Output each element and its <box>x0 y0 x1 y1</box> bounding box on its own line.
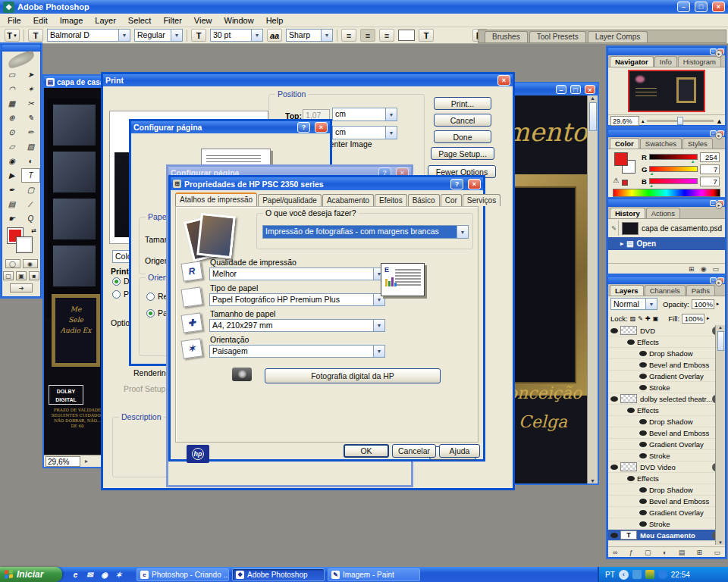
palette-well-tab[interactable]: Layer Comps <box>588 31 648 42</box>
layer-row[interactable]: Effects ƒ ▴ <box>608 473 725 484</box>
dialog-button[interactable]: Fewer Options <box>428 165 496 178</box>
delete-layer-icon[interactable]: ▭ <box>714 549 720 556</box>
layer-row[interactable]: Gradient Overlay ƒ ▴ <box>608 507 725 518</box>
hp-tab[interactable]: Cor <box>441 194 462 206</box>
outlook-icon[interactable]: ✉ <box>84 569 96 580</box>
blue-value-field[interactable]: 7 <box>700 177 720 186</box>
blue-slider[interactable]: ▴ <box>649 178 698 184</box>
help-button[interactable]: ? <box>297 122 310 133</box>
palette-tab[interactable]: Swatches <box>640 138 682 149</box>
visibility-eye-icon[interactable] <box>610 533 618 538</box>
font-family-select[interactable]: Balmoral D▼ <box>47 29 130 42</box>
visibility-eye-icon[interactable] <box>610 396 618 402</box>
scroll-down-icon[interactable]: ▼ <box>718 540 723 545</box>
healing-brush-tool[interactable]: ⊕ <box>2 111 21 125</box>
align-left-icon[interactable]: ≡ <box>341 29 356 42</box>
visibility-eye-icon[interactable] <box>639 499 647 504</box>
delete-state-icon[interactable]: ▭ <box>712 265 719 273</box>
help-button[interactable]: ? <box>378 167 391 178</box>
layer-row[interactable]: Drop Shadow ƒ ▴ <box>608 348 725 359</box>
layer-row[interactable]: Bevel and Emboss ƒ ▴ <box>608 496 725 507</box>
zoom-slider-thumb[interactable] <box>677 117 683 125</box>
magic-wand-tool[interactable]: ✶ <box>21 82 40 96</box>
taskbar-task-button[interactable]: ❖ Adobe Photoshop <box>232 568 325 581</box>
visibility-eye-icon[interactable] <box>639 374 647 379</box>
close-button[interactable]: × <box>315 122 328 133</box>
fill-arrow-icon[interactable]: ▸ <box>707 315 710 321</box>
language-indicator[interactable]: PT <box>605 571 615 579</box>
navigator-proxy-view[interactable] <box>628 70 705 112</box>
visibility-eye-icon[interactable] <box>610 328 618 333</box>
red-value-field[interactable]: 254 <box>700 152 720 162</box>
blur-tool[interactable]: ◉ <box>2 154 21 168</box>
layer-row[interactable]: Stroke ƒ ▴ <box>608 382 725 393</box>
history-state-row[interactable]: ▸ ▤ Open <box>608 237 725 250</box>
new-layer-icon[interactable]: ⊞ <box>697 549 703 556</box>
palette-tab[interactable]: History <box>610 208 645 218</box>
hide-icons-chevron[interactable]: ‹ <box>619 570 629 580</box>
gradient-tool[interactable]: ▨ <box>21 139 40 154</box>
navigator-zoom-field[interactable]: 29.6% <box>610 116 639 126</box>
history-snapshot-row[interactable]: ✎ capa de casamento.psd <box>608 219 725 237</box>
layer-row[interactable]: Stroke ƒ ▴ <box>608 518 725 530</box>
layer-thumbnail[interactable] <box>620 394 637 403</box>
close-button[interactable]: × <box>468 179 481 189</box>
dialog-button[interactable]: Done <box>434 130 491 143</box>
align-center-icon[interactable]: ≡ <box>360 29 375 42</box>
menu-item[interactable]: Window <box>218 14 260 27</box>
layer-row[interactable]: Gradient Overlay ƒ ▴ <box>608 371 725 382</box>
tray-update-icon[interactable] <box>658 570 667 579</box>
palette-tab[interactable]: Info <box>654 56 677 67</box>
hp-tab[interactable]: Efeitos <box>375 194 407 206</box>
visibility-eye-icon[interactable] <box>627 340 635 345</box>
palette-tab[interactable]: Navigator <box>610 56 654 67</box>
zoom-in-icon[interactable]: ▲ <box>716 117 723 125</box>
visibility-eye-icon[interactable] <box>639 419 647 424</box>
dialog-button[interactable]: Print... <box>434 97 491 110</box>
msn-icon[interactable]: ✶ <box>113 569 124 580</box>
history-brush-tool[interactable]: ✏ <box>21 125 40 139</box>
close-button[interactable]: × <box>396 167 409 178</box>
visibility-eye-icon[interactable] <box>610 465 618 470</box>
red-slider[interactable]: ▴ <box>649 154 698 160</box>
scroll-up-icon[interactable]: ▲ <box>590 95 595 101</box>
layer-row[interactable]: Stroke ƒ ▴ <box>608 450 725 462</box>
ie-icon[interactable]: e <box>70 569 81 580</box>
zoom-out-icon[interactable]: ▴ <box>642 118 645 124</box>
green-value-field[interactable]: 7 <box>700 164 720 174</box>
quick-mask-mode-icon[interactable]: ◉ <box>23 259 38 268</box>
minimize-button[interactable]: – <box>556 85 566 94</box>
layer-thumbnail[interactable] <box>620 462 637 471</box>
eyedropper-tool[interactable]: ∕ <box>21 197 40 211</box>
visibility-eye-icon[interactable] <box>639 521 647 527</box>
proof-radio[interactable] <box>112 290 121 299</box>
blend-mode-select[interactable]: Normal▼ <box>610 298 657 310</box>
close-button[interactable]: × <box>712 2 725 12</box>
dodge-tool[interactable]: ◐ <box>21 154 40 168</box>
layer-row[interactable]: Bevel and Emboss ƒ ▴ <box>608 359 725 371</box>
layer-row[interactable]: Drop Shadow ƒ ▴ <box>608 484 725 496</box>
menu-item[interactable]: Filter <box>157 14 187 27</box>
link-layers-icon[interactable]: ∞ <box>613 549 617 556</box>
brush-tool[interactable]: ✎ <box>21 111 40 125</box>
dialog-button[interactable]: Page Setup... <box>431 147 494 160</box>
color-spectrum-bar[interactable] <box>613 189 720 197</box>
zoom-percentage[interactable]: 29,6% <box>46 456 80 467</box>
lock-paint-icon[interactable]: ✎ <box>638 315 643 322</box>
green-slider[interactable]: ▴ <box>649 166 698 172</box>
warp-text-icon[interactable]: T <box>419 29 434 42</box>
palette-menu-icon[interactable]: ▸ <box>715 202 723 209</box>
scrollbar-thumb[interactable] <box>717 331 724 351</box>
type-tool-preset-icon[interactable]: T▼ <box>5 29 20 42</box>
shape-tool[interactable]: ▢ <box>21 183 40 197</box>
visibility-eye-icon[interactable] <box>639 385 647 390</box>
palette-tab[interactable]: Layers <box>610 285 644 296</box>
layer-row[interactable]: Effects ƒ ▴ <box>608 336 725 348</box>
align-right-icon[interactable]: ≡ <box>379 29 394 42</box>
tray-antivirus-icon[interactable] <box>645 570 654 579</box>
new-snapshot-icon[interactable]: ◉ <box>701 265 707 273</box>
opacity-field[interactable]: 100% <box>692 299 714 309</box>
top-value-field[interactable]: 1,07 <box>303 109 330 122</box>
opacity-arrow-icon[interactable]: ▸ <box>717 301 720 307</box>
layer-row[interactable]: dolby selected theatr... ƒ ▴ <box>608 393 725 405</box>
